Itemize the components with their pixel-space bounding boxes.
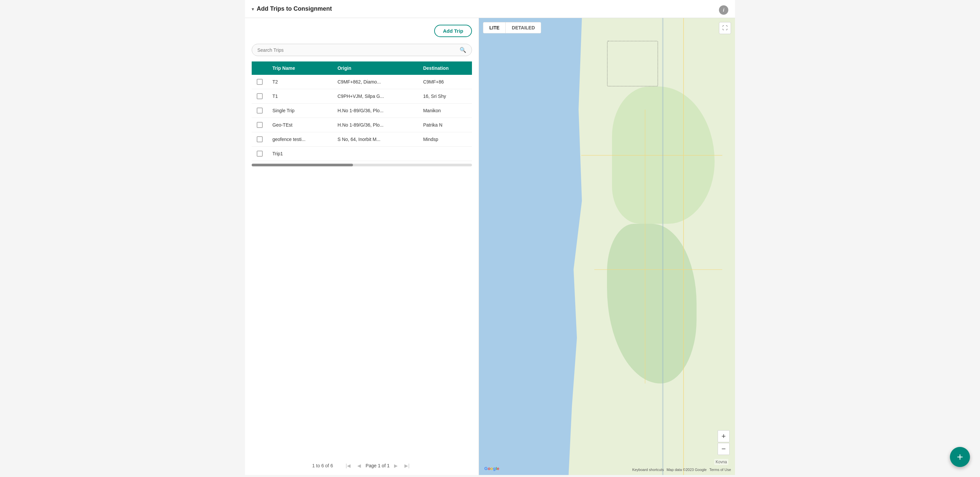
table-row: T1 C9PH+VJM, Silpa G... 16, Sri Shy (252, 89, 472, 103)
info-icon[interactable]: i (719, 5, 728, 15)
prev-page-button[interactable]: ◀ (355, 462, 363, 470)
page-range-label: 1 to 6 of 6 (312, 463, 333, 468)
table-row: Single Trip H.No 1-89/G/36, Plo... Manik… (252, 103, 472, 118)
info-icon-wrapper: i (719, 5, 728, 15)
next-page-button[interactable]: ▶ (392, 462, 400, 470)
row-destination: C9MF+86 (418, 75, 472, 89)
chevron-down-icon: ▾ (252, 6, 254, 12)
add-trip-row: Add Trip (252, 25, 472, 37)
row-origin: S No, 64, Inorbit M... (333, 132, 418, 147)
map-footer: Keyboard shortcuts Map data ©2023 Google… (632, 467, 731, 472)
table-row: Trip1 (252, 147, 472, 161)
trip-checkbox[interactable] (257, 151, 263, 157)
page-label: Page 1 of 1 (366, 463, 390, 468)
trip-checkbox[interactable] (257, 79, 263, 85)
add-trip-button[interactable]: Add Trip (434, 25, 472, 37)
map-road1 (683, 18, 684, 475)
map-road4 (594, 269, 722, 270)
map-coastline (662, 18, 663, 475)
trip-checkbox[interactable] (257, 93, 263, 99)
map-fullscreen-button[interactable]: ⛶ (719, 22, 731, 34)
col-origin: Origin (333, 62, 418, 75)
row-checkbox-cell (252, 89, 268, 103)
row-destination: Manikon (418, 103, 472, 118)
row-origin: H.No 1-89/G/36, Plo... (333, 103, 418, 118)
map-toggle-bar: LITE DETAILED (483, 22, 541, 33)
row-origin: H.No 1-89/G/36, Plo... (333, 118, 418, 132)
fab-button[interactable]: + (950, 447, 970, 467)
row-origin: C9PH+VJM, Silpa G... (333, 89, 418, 103)
horizontal-scrollbar-track[interactable] (252, 164, 472, 166)
table-row: Geo-TEst H.No 1-89/G/36, Plo... Patrika … (252, 118, 472, 132)
horizontal-scrollbar-thumb[interactable] (252, 164, 353, 166)
row-destination: Patrika N (418, 118, 472, 132)
zoom-in-button[interactable]: + (718, 430, 730, 442)
col-trip-name: Trip Name (268, 62, 333, 75)
row-trip-name: geofence testi... (268, 132, 333, 147)
google-logo: Google (484, 466, 500, 471)
map-toggle-detailed[interactable]: DETAILED (506, 22, 541, 33)
first-page-button[interactable]: |◀ (344, 462, 353, 470)
search-icon[interactable]: 🔍 (460, 47, 466, 53)
row-destination (418, 147, 472, 161)
map-panel: LITE DETAILED ⛶ Kovna + (479, 18, 735, 475)
map-dotted-boundary (607, 41, 658, 87)
row-trip-name: T1 (268, 89, 333, 103)
row-checkbox-cell (252, 147, 268, 161)
row-checkbox-cell (252, 118, 268, 132)
search-bar-wrapper: 🔍 (252, 44, 472, 56)
search-input[interactable] (258, 48, 460, 53)
row-origin: C9MF+862, Diamo... (333, 75, 418, 89)
table-row: geofence testi... S No, 64, Inorbit M...… (252, 132, 472, 147)
row-checkbox-cell (252, 132, 268, 147)
zoom-out-button[interactable]: − (718, 443, 730, 455)
page-title: Add Trips to Consignment (257, 5, 332, 13)
content-area: Add Trip 🔍 Trip Name Origin (245, 18, 735, 475)
row-destination: Mindsp (418, 132, 472, 147)
col-destination: Destination (418, 62, 472, 75)
map-road2 (645, 109, 646, 384)
page-wrapper: ▾ Add Trips to Consignment i Add Trip 🔍 (245, 0, 735, 475)
last-page-button[interactable]: ▶| (402, 462, 412, 470)
table-row: T2 C9MF+862, Diamo... C9MF+86 (252, 75, 472, 89)
map-toggle-lite[interactable]: LITE (483, 22, 506, 33)
map-road3 (581, 155, 722, 156)
trip-checkbox[interactable] (257, 108, 263, 114)
col-checkbox (252, 62, 268, 75)
row-trip-name: Trip1 (268, 147, 333, 161)
pagination-bar: 1 to 6 of 6 |◀ ◀ Page 1 of 1 ▶ ▶| (252, 457, 472, 475)
row-checkbox-cell (252, 75, 268, 89)
map-data-label: Map data ©2023 Google (667, 467, 706, 472)
trip-checkbox[interactable] (257, 136, 263, 142)
trips-table: Trip Name Origin Destination T2 C9MF+862… (252, 62, 472, 161)
row-trip-name: Single Trip (268, 103, 333, 118)
table-header-row: Trip Name Origin Destination (252, 62, 472, 75)
header-collapse-toggle[interactable]: ▾ Add Trips to Consignment (252, 5, 332, 13)
map-zoom-controls: + − (718, 430, 730, 455)
row-trip-name: Geo-TEst (268, 118, 333, 132)
header: ▾ Add Trips to Consignment i (245, 0, 735, 18)
trip-checkbox[interactable] (257, 122, 263, 128)
row-destination: 16, Sri Shy (418, 89, 472, 103)
map-kovna-label: Kovna (714, 459, 728, 465)
keyboard-shortcuts-label[interactable]: Keyboard shortcuts (632, 467, 664, 472)
search-bar: 🔍 (252, 44, 472, 56)
left-panel: Add Trip 🔍 Trip Name Origin (245, 18, 479, 475)
map-background[interactable]: Kovna (479, 18, 735, 475)
row-checkbox-cell (252, 103, 268, 118)
row-origin (333, 147, 418, 161)
terms-of-use-label[interactable]: Terms of Use (709, 467, 731, 472)
table-scroll-wrapper: Trip Name Origin Destination T2 C9MF+862… (252, 62, 472, 457)
row-trip-name: T2 (268, 75, 333, 89)
